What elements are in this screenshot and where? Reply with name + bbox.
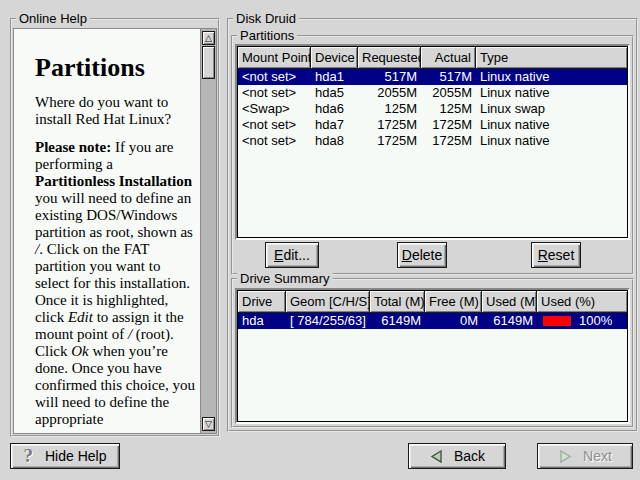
scrollbar-thumb[interactable] <box>202 46 215 79</box>
help-content: Partitions Where do you want to install … <box>14 29 201 433</box>
column-header-mount-point[interactable]: Mount Point <box>238 47 311 69</box>
column-header-type[interactable]: Type <box>476 47 627 69</box>
partition-row[interactable]: <Swap>hda6125M125MLinux swap <box>238 101 627 117</box>
help-scrollbar[interactable]: △ ▽ <box>200 29 216 433</box>
partitions-frame: Partitions Mount Point Device Requested … <box>231 35 634 275</box>
help-paragraphs: Where do you want to install Red Hat Lin… <box>35 94 195 428</box>
partitions-frame-label: Partitions <box>237 28 297 43</box>
column-header-total[interactable]: Total (M) <box>370 291 425 313</box>
online-help-frame-label: Online Help <box>16 11 90 26</box>
column-header-geom[interactable]: Geom [C/H/S] <box>286 291 370 313</box>
partition-row[interactable]: <not set>hda71725M1725MLinux native <box>238 117 627 133</box>
online-help-frame: Online Help Partitions Where do you want… <box>10 18 220 437</box>
partitions-table: Mount Point Device Requested Actual Type… <box>235 44 630 240</box>
drive-summary-frame: Drive Summary Drive Geom [C/H/S] Total (… <box>231 278 634 428</box>
scroll-up-icon[interactable]: △ <box>202 31 215 45</box>
next-arrow-icon <box>558 449 573 464</box>
reset-button[interactable]: Reset <box>531 242 581 268</box>
partitions-table-body: <not set>hda1517M517MLinux native<not se… <box>238 69 627 149</box>
used-percent-bar <box>543 316 571 326</box>
drive-summary-table-body: hda[ 784/255/63]6149M0M6149M100% <box>238 313 627 329</box>
drive-summary-table-header: Drive Geom [C/H/S] Total (M) Free (M) Us… <box>238 291 627 313</box>
drive-summary-table: Drive Geom [C/H/S] Total (M) Free (M) Us… <box>235 288 630 424</box>
column-header-requested[interactable]: Requested <box>358 47 421 69</box>
column-header-used-m[interactable]: Used (M) <box>482 291 537 313</box>
hide-help-button[interactable]: ? Hide Help <box>10 443 120 469</box>
edit-button[interactable]: Edit... <box>265 242 319 268</box>
partition-row[interactable]: <not set>hda52055M2055MLinux native <box>238 85 627 101</box>
partition-row[interactable]: <not set>hda81725M1725MLinux native <box>238 133 627 149</box>
column-header-used-pct[interactable]: Used (%) <box>537 291 627 313</box>
column-header-actual[interactable]: Actual <box>421 47 476 69</box>
next-button: Next <box>537 443 633 469</box>
disk-druid-frame-label: Disk Druid <box>233 11 299 26</box>
help-viewport: Partitions Where do you want to install … <box>13 28 217 434</box>
drive-row[interactable]: hda[ 784/255/63]6149M0M6149M100% <box>238 313 627 329</box>
scroll-down-icon[interactable]: ▽ <box>202 417 215 431</box>
column-header-free[interactable]: Free (M) <box>425 291 482 313</box>
help-title: Partitions <box>35 59 195 76</box>
delete-button[interactable]: Delete <box>397 242 447 268</box>
partitions-table-header: Mount Point Device Requested Actual Type <box>238 47 627 69</box>
column-header-drive[interactable]: Drive <box>238 291 286 313</box>
question-mark-icon: ? <box>24 445 34 467</box>
disk-druid-frame: Disk Druid Partitions Mount Point Device… <box>227 18 638 432</box>
partition-row[interactable]: <not set>hda1517M517MLinux native <box>238 69 627 85</box>
back-button[interactable]: Back <box>408 443 506 469</box>
installer-window: Online Help Partitions Where do you want… <box>0 0 640 480</box>
drive-summary-frame-label: Drive Summary <box>237 271 333 286</box>
back-arrow-icon <box>429 449 444 464</box>
column-header-device[interactable]: Device <box>311 47 358 69</box>
